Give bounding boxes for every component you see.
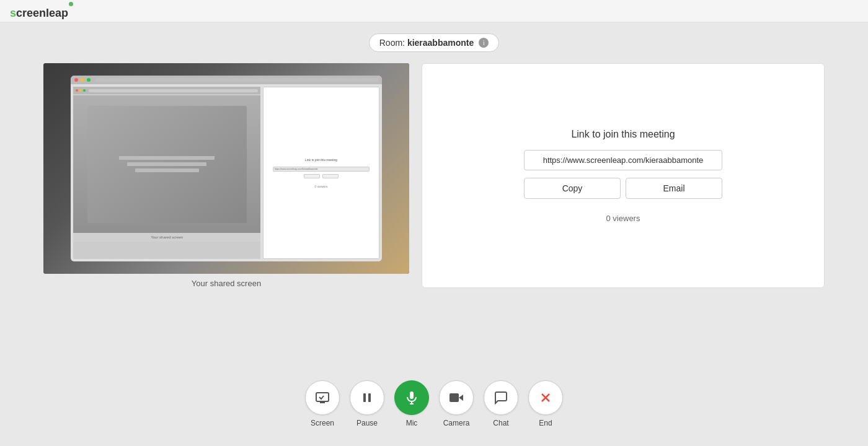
main-content: Your shared screen Link to join this mee… — [0, 63, 868, 288]
mic-button[interactable] — [394, 380, 429, 415]
mic-icon — [404, 390, 419, 405]
pause-button[interactable] — [350, 380, 384, 415]
camera-icon — [449, 390, 464, 405]
screen-left-img — [73, 95, 260, 233]
screen-icon — [315, 390, 330, 405]
join-title: Link to join this meeting — [571, 129, 675, 140]
control-pause[interactable]: Pause — [350, 380, 384, 427]
info-icon[interactable]: i — [479, 38, 489, 48]
dot-yellow — [81, 78, 84, 82]
join-panel: Link to join this meeting Copy Email 0 v… — [422, 63, 825, 288]
screen-preview-label: Your shared screen — [192, 279, 261, 288]
screen-button[interactable] — [305, 380, 340, 415]
control-end[interactable]: End — [528, 380, 563, 427]
logo-text: screenleap — [10, 2, 73, 20]
screen-mockup: Your shared screen Link to join this mee… — [71, 76, 382, 261]
top-bar: screenleap — [0, 0, 868, 22]
mini-btns — [304, 174, 339, 178]
mini-link-box: https://www.screenleap.com/kieraabbamont… — [273, 167, 370, 172]
screen-mockup-content: Your shared screen Link to join this mee… — [71, 84, 382, 261]
mini-email-btn — [322, 174, 339, 178]
join-buttons: Copy Email — [524, 178, 722, 199]
camera-label: Camera — [443, 419, 470, 427]
screen-preview-container: Your shared screen Link to join this mee… — [43, 63, 409, 288]
camera-button[interactable] — [439, 380, 474, 415]
copy-button[interactable]: Copy — [524, 178, 621, 199]
mic-label: Mic — [406, 419, 418, 427]
svg-rect-5 — [410, 391, 414, 399]
viewers-container: 0 viewers — [606, 204, 640, 223]
join-link-input[interactable] — [524, 150, 722, 170]
svg-rect-8 — [450, 393, 459, 402]
dot-red — [74, 78, 78, 82]
control-chat[interactable]: Chat — [484, 380, 518, 427]
svg-rect-4 — [368, 393, 371, 402]
screen-mockup-bar — [71, 76, 382, 84]
screen-label: Screen — [311, 419, 334, 427]
room-badge: Room: kieraabbamonte i — [369, 33, 500, 52]
mini-copy-btn — [304, 174, 320, 178]
room-container: Room: kieraabbamonte i — [0, 33, 868, 52]
chat-icon — [494, 390, 508, 405]
logo: screenleap — [10, 2, 73, 20]
room-label: Room: kieraabbamonte — [379, 38, 474, 48]
your-shared-screen-mini: Your shared screen — [73, 233, 260, 242]
end-button[interactable] — [528, 380, 563, 415]
bottom-controls: Screen Pause Mic — [0, 380, 868, 427]
control-mic[interactable]: Mic — [394, 380, 429, 427]
chat-label: Chat — [493, 419, 508, 427]
viewers-mini: 0 viewers — [314, 185, 327, 188]
dot-green — [87, 78, 91, 82]
viewers-label: 0 viewers — [606, 214, 640, 223]
room-name: kieraabbamonte — [407, 38, 474, 48]
email-button[interactable]: Email — [626, 178, 722, 199]
screen-left-panel: Your shared screen — [73, 87, 260, 258]
control-camera[interactable]: Camera — [439, 380, 474, 427]
screen-preview-inner: Your shared screen Link to join this mee… — [43, 63, 409, 274]
end-icon — [538, 390, 553, 405]
pause-icon — [360, 390, 374, 405]
screen-preview: Your shared screen Link to join this mee… — [43, 63, 409, 274]
control-screen[interactable]: Screen — [305, 380, 340, 427]
svg-rect-3 — [363, 393, 366, 402]
pause-label: Pause — [356, 419, 378, 427]
screen-right-panel: Link to join this meeting https://www.sc… — [263, 87, 379, 258]
end-label: End — [539, 419, 552, 427]
chat-button[interactable] — [484, 380, 518, 415]
